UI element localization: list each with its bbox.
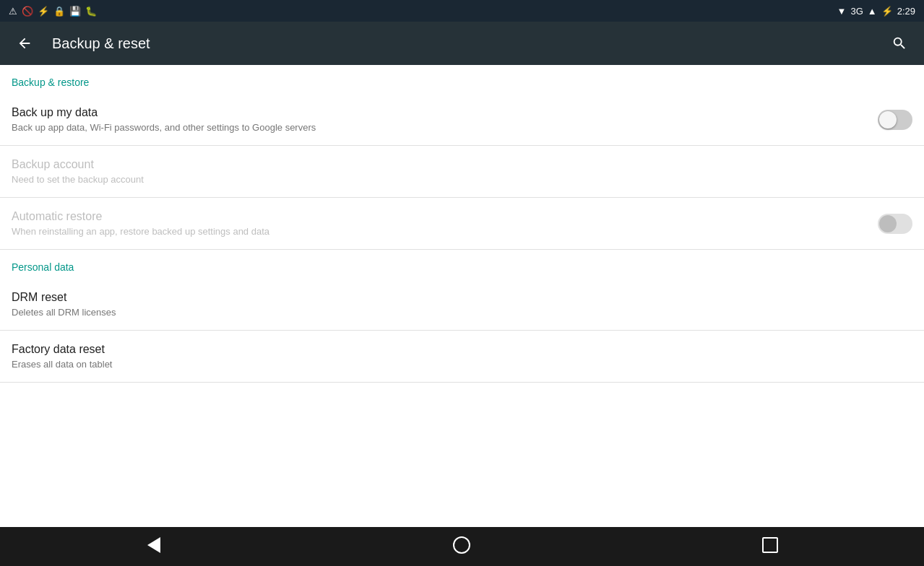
nav-back-button[interactable] xyxy=(132,532,176,561)
setting-desc-backup-account: Need to set the backup account xyxy=(12,174,912,185)
section-header-personal-data: Personal data xyxy=(0,250,924,279)
recents-nav-icon xyxy=(762,537,778,557)
debug-icon: 🐛 xyxy=(85,6,97,17)
setting-item-automatic-restore: Automatic restore When reinstalling an a… xyxy=(0,198,924,250)
status-icons-left: ⚠ 🚫 ⚡ 🔒 💾 🐛 xyxy=(9,6,97,17)
status-icons-right: ▼ 3G ▲ ⚡ 2:29 xyxy=(837,6,915,17)
usb-icon: ⚡ xyxy=(38,6,49,17)
nav-home-button[interactable] xyxy=(440,532,483,561)
bottom-nav xyxy=(0,527,924,566)
setting-text-drm-reset: DRM reset Deletes all DRM licenses xyxy=(12,291,912,318)
network-label: 3G xyxy=(850,6,863,17)
setting-title-drm-reset: DRM reset xyxy=(12,291,912,304)
nav-recents-button[interactable] xyxy=(748,532,792,561)
home-nav-icon xyxy=(453,536,470,557)
setting-text-back-up-my-data: Back up my data Back up app data, Wi-Fi … xyxy=(12,106,866,133)
setting-desc-factory-data-reset: Erases all data on tablet xyxy=(12,359,912,370)
toggle-automatic-restore xyxy=(878,214,912,234)
setting-title-backup-account: Backup account xyxy=(12,158,912,171)
setting-title-automatic-restore: Automatic restore xyxy=(12,210,866,223)
page-title: Backup & reset xyxy=(52,35,886,52)
back-nav-icon xyxy=(147,537,160,557)
battery-icon: ⚡ xyxy=(881,6,893,17)
setting-item-drm-reset[interactable]: DRM reset Deletes all DRM licenses xyxy=(0,279,924,331)
setting-text-backup-account: Backup account Need to set the backup ac… xyxy=(12,158,912,185)
setting-item-back-up-my-data[interactable]: Back up my data Back up app data, Wi-Fi … xyxy=(0,94,924,146)
section-header-backup-restore: Backup & restore xyxy=(0,65,924,94)
time-label: 2:29 xyxy=(897,6,915,17)
wifi-icon: ▼ xyxy=(837,6,847,17)
status-bar: ⚠ 🚫 ⚡ 🔒 💾 🐛 ▼ 3G ▲ ⚡ 2:29 xyxy=(0,0,924,22)
app-bar: Backup & reset xyxy=(0,22,924,65)
toggle-thumb-back-up-my-data xyxy=(879,111,897,129)
setting-desc-automatic-restore: When reinstalling an app, restore backed… xyxy=(12,226,866,237)
setting-item-factory-data-reset[interactable]: Factory data reset Erases all data on ta… xyxy=(0,331,924,383)
setting-title-factory-data-reset: Factory data reset xyxy=(12,343,912,356)
setting-title-back-up-my-data: Back up my data xyxy=(12,106,866,119)
setting-text-factory-data-reset: Factory data reset Erases all data on ta… xyxy=(12,343,912,370)
back-button[interactable] xyxy=(12,30,38,56)
toggle-back-up-my-data[interactable] xyxy=(878,110,912,130)
search-button[interactable] xyxy=(886,30,912,56)
sd-icon: 💾 xyxy=(69,6,81,17)
no-sim-icon: 🚫 xyxy=(22,6,33,17)
lock-icon: 🔒 xyxy=(53,6,65,17)
main-content: Backup & restore Back up my data Back up… xyxy=(0,65,924,527)
setting-desc-back-up-my-data: Back up app data, Wi-Fi passwords, and o… xyxy=(12,122,866,133)
toggle-thumb-automatic-restore xyxy=(879,215,897,232)
setting-text-automatic-restore: Automatic restore When reinstalling an a… xyxy=(12,210,866,237)
alert-icon: ⚠ xyxy=(9,6,17,17)
setting-item-backup-account: Backup account Need to set the backup ac… xyxy=(0,146,924,198)
setting-desc-drm-reset: Deletes all DRM licenses xyxy=(12,307,912,318)
signal-icon: ▲ xyxy=(868,6,877,17)
